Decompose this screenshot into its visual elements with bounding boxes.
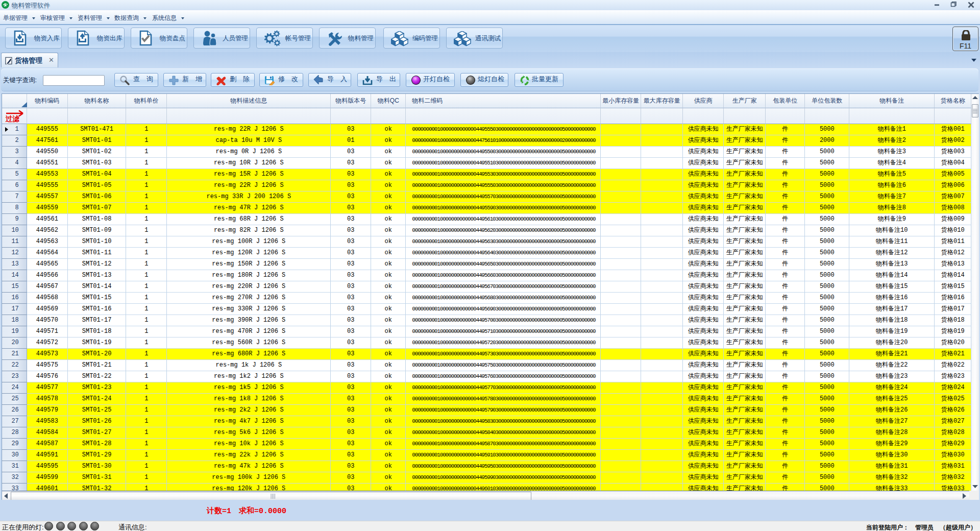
svg-text:过滤: 过滤	[5, 115, 20, 123]
